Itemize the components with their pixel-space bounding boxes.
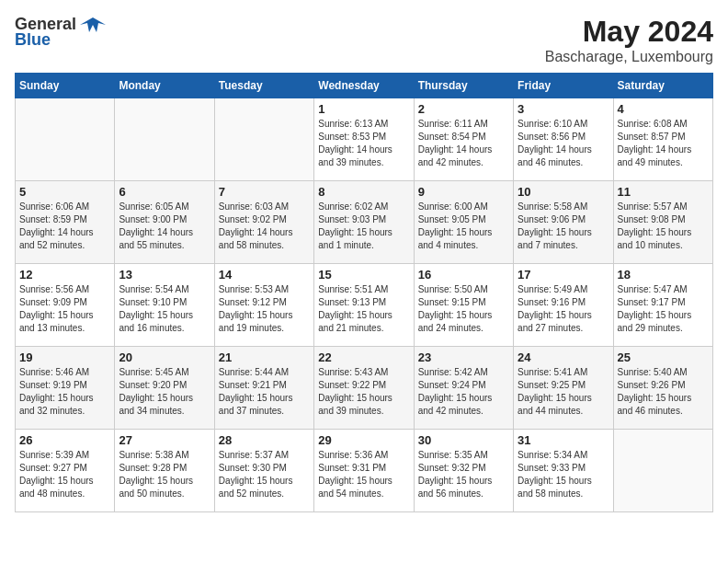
day-info: Sunrise: 6:02 AM Sunset: 9:03 PM Dayligh… <box>318 201 409 252</box>
day-number: 17 <box>518 268 609 282</box>
week-row-1: 1Sunrise: 6:13 AM Sunset: 8:53 PM Daylig… <box>16 98 713 181</box>
calendar-cell: 28Sunrise: 5:37 AM Sunset: 9:30 PM Dayli… <box>214 430 313 512</box>
day-info: Sunrise: 6:11 AM Sunset: 8:54 PM Dayligh… <box>418 118 509 169</box>
header-day-sunday: Sunday <box>16 74 115 98</box>
day-number: 27 <box>119 433 210 447</box>
calendar-cell: 24Sunrise: 5:41 AM Sunset: 9:25 PM Dayli… <box>514 347 613 430</box>
header-day-monday: Monday <box>115 74 214 98</box>
header-day-tuesday: Tuesday <box>214 74 313 98</box>
week-row-3: 12Sunrise: 5:56 AM Sunset: 9:09 PM Dayli… <box>16 264 713 347</box>
header-day-saturday: Saturday <box>613 74 712 98</box>
day-info: Sunrise: 5:57 AM Sunset: 9:08 PM Dayligh… <box>618 201 709 252</box>
day-number: 6 <box>119 185 210 199</box>
day-number: 26 <box>19 433 110 447</box>
day-number: 19 <box>19 350 110 364</box>
day-number: 14 <box>219 268 310 282</box>
day-info: Sunrise: 5:34 AM Sunset: 9:33 PM Dayligh… <box>518 449 609 500</box>
calendar-cell: 23Sunrise: 5:42 AM Sunset: 9:24 PM Dayli… <box>414 347 513 430</box>
day-info: Sunrise: 5:42 AM Sunset: 9:24 PM Dayligh… <box>418 366 509 418</box>
day-number: 20 <box>119 350 210 364</box>
logo-blue-text: Blue <box>15 30 51 50</box>
day-info: Sunrise: 5:41 AM Sunset: 9:25 PM Dayligh… <box>518 366 609 418</box>
day-info: Sunrise: 6:10 AM Sunset: 8:56 PM Dayligh… <box>518 118 609 169</box>
day-number: 18 <box>618 268 709 282</box>
day-info: Sunrise: 6:03 AM Sunset: 9:02 PM Dayligh… <box>219 201 310 252</box>
calendar-cell: 29Sunrise: 5:36 AM Sunset: 9:31 PM Dayli… <box>314 430 414 512</box>
calendar-cell: 22Sunrise: 5:43 AM Sunset: 9:22 PM Dayli… <box>314 347 414 430</box>
day-number: 15 <box>318 268 409 282</box>
day-info: Sunrise: 5:35 AM Sunset: 9:32 PM Dayligh… <box>418 449 509 500</box>
calendar-cell: 5Sunrise: 6:06 AM Sunset: 8:59 PM Daylig… <box>16 181 115 264</box>
day-info: Sunrise: 6:08 AM Sunset: 8:57 PM Dayligh… <box>618 118 709 169</box>
calendar-cell <box>613 430 712 512</box>
day-number: 21 <box>219 350 310 364</box>
day-number: 2 <box>418 102 509 116</box>
calendar-cell: 27Sunrise: 5:38 AM Sunset: 9:28 PM Dayli… <box>115 430 214 512</box>
day-info: Sunrise: 5:58 AM Sunset: 9:06 PM Dayligh… <box>518 201 609 252</box>
day-info: Sunrise: 5:40 AM Sunset: 9:26 PM Dayligh… <box>618 366 709 418</box>
day-info: Sunrise: 6:06 AM Sunset: 8:59 PM Dayligh… <box>19 201 110 252</box>
day-info: Sunrise: 5:38 AM Sunset: 9:28 PM Dayligh… <box>119 449 210 500</box>
day-number: 23 <box>418 350 509 364</box>
day-info: Sunrise: 5:44 AM Sunset: 9:21 PM Dayligh… <box>219 366 310 418</box>
calendar-cell: 4Sunrise: 6:08 AM Sunset: 8:57 PM Daylig… <box>613 98 712 181</box>
day-number: 4 <box>618 102 709 116</box>
calendar-cell: 18Sunrise: 5:47 AM Sunset: 9:17 PM Dayli… <box>613 264 712 347</box>
day-info: Sunrise: 5:37 AM Sunset: 9:30 PM Dayligh… <box>219 449 310 500</box>
day-number: 7 <box>219 185 310 199</box>
day-info: Sunrise: 5:46 AM Sunset: 9:19 PM Dayligh… <box>19 366 110 418</box>
day-number: 1 <box>318 102 409 116</box>
logo-bird-icon <box>80 16 106 34</box>
day-number: 8 <box>318 185 409 199</box>
day-number: 25 <box>618 350 709 364</box>
title-block: May 2024 Bascharage, Luxembourg <box>545 15 713 65</box>
calendar-cell: 7Sunrise: 6:03 AM Sunset: 9:02 PM Daylig… <box>214 181 313 264</box>
calendar-cell: 1Sunrise: 6:13 AM Sunset: 8:53 PM Daylig… <box>314 98 414 181</box>
day-info: Sunrise: 5:53 AM Sunset: 9:12 PM Dayligh… <box>219 283 310 335</box>
page-header: General Blue May 2024 Bascharage, Luxemb… <box>15 15 713 65</box>
month-year-title: May 2024 <box>545 15 713 49</box>
calendar-cell: 31Sunrise: 5:34 AM Sunset: 9:33 PM Dayli… <box>514 430 613 512</box>
calendar-cell: 9Sunrise: 6:00 AM Sunset: 9:05 PM Daylig… <box>414 181 513 264</box>
week-row-2: 5Sunrise: 6:06 AM Sunset: 8:59 PM Daylig… <box>16 181 713 264</box>
day-number: 9 <box>418 185 509 199</box>
day-info: Sunrise: 5:43 AM Sunset: 9:22 PM Dayligh… <box>318 366 409 418</box>
calendar-cell <box>214 98 313 181</box>
day-number: 29 <box>318 433 409 447</box>
calendar-cell: 12Sunrise: 5:56 AM Sunset: 9:09 PM Dayli… <box>16 264 115 347</box>
day-info: Sunrise: 5:39 AM Sunset: 9:27 PM Dayligh… <box>19 449 110 500</box>
calendar-cell: 11Sunrise: 5:57 AM Sunset: 9:08 PM Dayli… <box>613 181 712 264</box>
day-info: Sunrise: 5:51 AM Sunset: 9:13 PM Dayligh… <box>318 283 409 335</box>
day-info: Sunrise: 6:05 AM Sunset: 9:00 PM Dayligh… <box>119 201 210 252</box>
header-day-thursday: Thursday <box>414 74 513 98</box>
day-number: 5 <box>19 185 110 199</box>
day-number: 24 <box>518 350 609 364</box>
day-info: Sunrise: 5:50 AM Sunset: 9:15 PM Dayligh… <box>418 283 509 335</box>
day-info: Sunrise: 5:45 AM Sunset: 9:20 PM Dayligh… <box>119 366 210 418</box>
day-number: 28 <box>219 433 310 447</box>
calendar-cell: 2Sunrise: 6:11 AM Sunset: 8:54 PM Daylig… <box>414 98 513 181</box>
calendar-body: 1Sunrise: 6:13 AM Sunset: 8:53 PM Daylig… <box>16 98 713 512</box>
calendar-cell: 15Sunrise: 5:51 AM Sunset: 9:13 PM Dayli… <box>314 264 414 347</box>
day-number: 10 <box>518 185 609 199</box>
day-info: Sunrise: 5:56 AM Sunset: 9:09 PM Dayligh… <box>19 283 110 335</box>
week-row-4: 19Sunrise: 5:46 AM Sunset: 9:19 PM Dayli… <box>16 347 713 430</box>
day-number: 13 <box>119 268 210 282</box>
calendar-cell: 10Sunrise: 5:58 AM Sunset: 9:06 PM Dayli… <box>514 181 613 264</box>
day-number: 31 <box>518 433 609 447</box>
day-info: Sunrise: 5:54 AM Sunset: 9:10 PM Dayligh… <box>119 283 210 335</box>
calendar-cell: 6Sunrise: 6:05 AM Sunset: 9:00 PM Daylig… <box>115 181 214 264</box>
calendar-cell: 30Sunrise: 5:35 AM Sunset: 9:32 PM Dayli… <box>414 430 513 512</box>
calendar-cell: 20Sunrise: 5:45 AM Sunset: 9:20 PM Dayli… <box>115 347 214 430</box>
day-number: 11 <box>618 185 709 199</box>
calendar-cell: 8Sunrise: 6:02 AM Sunset: 9:03 PM Daylig… <box>314 181 414 264</box>
day-number: 3 <box>518 102 609 116</box>
calendar-table: SundayMondayTuesdayWednesdayThursdayFrid… <box>15 73 713 512</box>
day-number: 30 <box>418 433 509 447</box>
header-day-friday: Friday <box>514 74 613 98</box>
calendar-cell: 21Sunrise: 5:44 AM Sunset: 9:21 PM Dayli… <box>214 347 313 430</box>
day-info: Sunrise: 5:49 AM Sunset: 9:16 PM Dayligh… <box>518 283 609 335</box>
calendar-cell: 25Sunrise: 5:40 AM Sunset: 9:26 PM Dayli… <box>613 347 712 430</box>
day-info: Sunrise: 5:47 AM Sunset: 9:17 PM Dayligh… <box>618 283 709 335</box>
location-subtitle: Bascharage, Luxembourg <box>545 49 713 65</box>
